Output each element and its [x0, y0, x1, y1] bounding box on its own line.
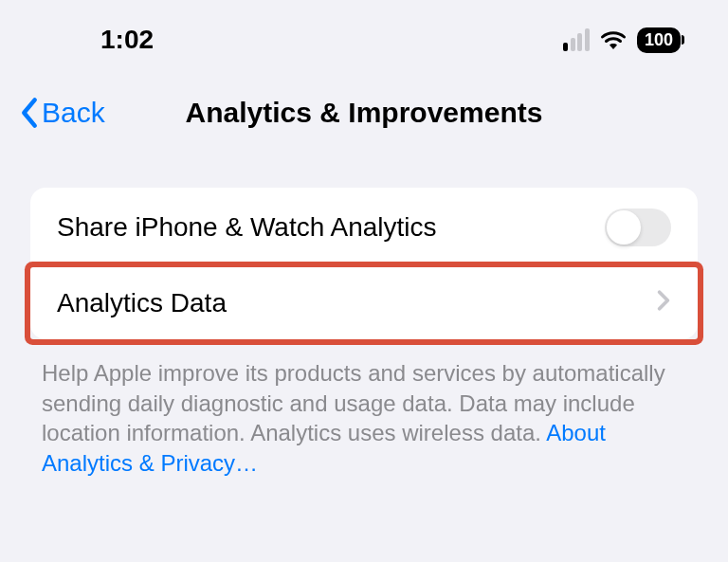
- nav-bar: Back Analytics & Improvements: [0, 64, 728, 146]
- share-analytics-toggle[interactable]: [605, 208, 671, 246]
- share-analytics-row[interactable]: Share iPhone & Watch Analytics: [30, 188, 698, 267]
- status-bar: 1:02 100: [0, 0, 728, 64]
- chevron-right-icon: [656, 288, 671, 318]
- analytics-data-row[interactable]: Analytics Data: [30, 267, 698, 339]
- cellular-icon: [563, 28, 590, 51]
- footer-description: Help Apple improve its products and serv…: [42, 358, 686, 479]
- back-button[interactable]: Back: [19, 97, 105, 129]
- share-analytics-label: Share iPhone & Watch Analytics: [57, 212, 437, 243]
- toggle-knob: [607, 210, 641, 245]
- status-icons: 100: [563, 27, 681, 53]
- settings-group: Share iPhone & Watch Analytics Analytics…: [30, 188, 698, 339]
- chevron-left-icon: [19, 97, 40, 129]
- wifi-icon: [599, 29, 628, 50]
- analytics-data-label: Analytics Data: [57, 288, 227, 318]
- battery-icon: 100: [637, 27, 681, 53]
- back-label: Back: [42, 97, 105, 129]
- status-time: 1:02: [100, 25, 154, 55]
- page-title: Analytics & Improvements: [186, 97, 543, 129]
